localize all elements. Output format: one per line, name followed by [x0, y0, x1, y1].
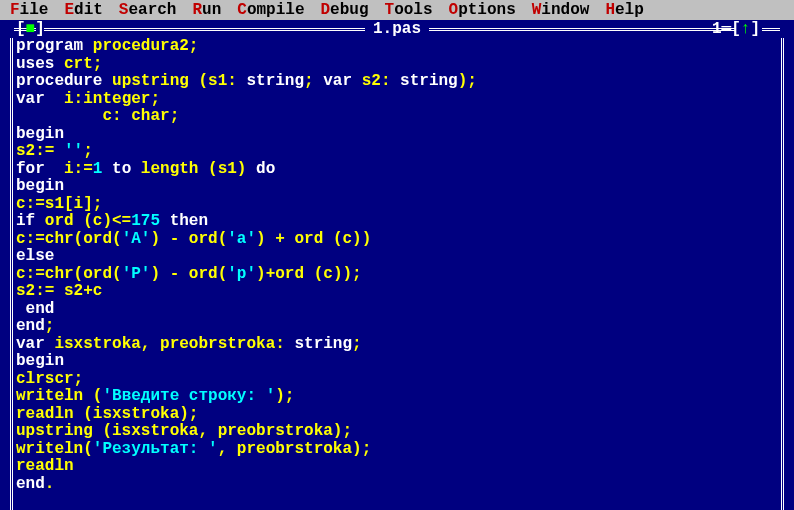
- menu-file[interactable]: File: [2, 1, 56, 19]
- menu-debug[interactable]: Debug: [313, 1, 377, 19]
- code-line: upstring (isxstroka, preobrstroka);: [16, 423, 778, 441]
- code-line: s2:= s2+c: [16, 283, 778, 301]
- code-line: var isxstroka, preobrstroka: string;: [16, 336, 778, 354]
- menu-window[interactable]: Window: [524, 1, 598, 19]
- code-line: if ord (c)<=175 then: [16, 213, 778, 231]
- window-titlebar: [■] 1.pas 1═[↑]: [0, 20, 794, 38]
- frame-left: [10, 38, 13, 510]
- code-line: c:=chr(ord('А') - ord('а') + ord (c)): [16, 231, 778, 249]
- code-line: procedure upstring (s1: string; var s2: …: [16, 73, 778, 91]
- frame-right: [781, 38, 784, 510]
- code-line: writeln ('Введите строку: ');: [16, 388, 778, 406]
- maximize-icon[interactable]: ↑: [741, 20, 751, 38]
- menu-bar: FileEditSearchRunCompileDebugToolsOption…: [0, 0, 794, 20]
- menu-edit[interactable]: Edit: [56, 1, 110, 19]
- code-line: begin: [16, 126, 778, 144]
- menu-tools[interactable]: Tools: [377, 1, 441, 19]
- close-icon[interactable]: ■: [26, 20, 36, 38]
- menu-options[interactable]: Options: [441, 1, 524, 19]
- code-line: s2:= '';: [16, 143, 778, 161]
- code-line: c:=chr(ord('Р') - ord('р')+ord (c));: [16, 266, 778, 284]
- code-line: writeln('Результат: ', preobrstroka);: [16, 441, 778, 459]
- code-line: end: [16, 301, 778, 319]
- window-title: 1.pas: [363, 20, 430, 38]
- code-line: var i:integer;: [16, 91, 778, 109]
- menu-compile[interactable]: Compile: [229, 1, 312, 19]
- code-line: begin: [16, 178, 778, 196]
- code-line: clrscr;: [16, 371, 778, 389]
- code-line: c:=s1[i];: [16, 196, 778, 214]
- code-line: c: char;: [16, 108, 778, 126]
- window-number: 1: [712, 20, 722, 38]
- menu-run[interactable]: Run: [184, 1, 229, 19]
- code-line: readln (isxstroka);: [16, 406, 778, 424]
- code-line: end.: [16, 476, 778, 494]
- code-line: end;: [16, 318, 778, 336]
- code-line: begin: [16, 353, 778, 371]
- menu-help[interactable]: Help: [597, 1, 651, 19]
- code-line: readln: [16, 458, 778, 476]
- code-line: program procedura2;: [16, 38, 778, 56]
- code-line: for i:=1 to length (s1) do: [16, 161, 778, 179]
- code-line: else: [16, 248, 778, 266]
- code-editor[interactable]: program procedura2;uses crt;procedure up…: [0, 38, 794, 493]
- code-line: uses crt;: [16, 56, 778, 74]
- menu-search[interactable]: Search: [111, 1, 185, 19]
